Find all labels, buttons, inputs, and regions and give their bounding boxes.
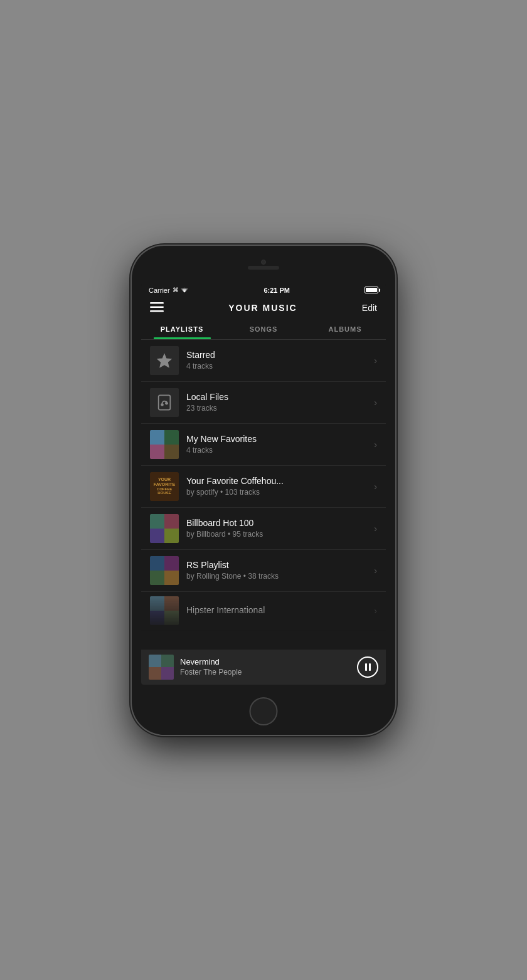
coffeehouse-name: Your Favorite Coffehou... [186, 476, 369, 486]
now-playing-thumb [149, 655, 174, 680]
app-header: YOUR MUSIC Edit [141, 297, 386, 320]
list-item[interactable]: Billboard Hot 100 by Billboard • 95 trac… [141, 508, 386, 550]
wifi-icon: ⌘ [173, 287, 189, 293]
now-playing-bar[interactable]: Nevermind Foster The People [141, 650, 386, 685]
carrier-label: Carrier [149, 287, 170, 294]
billboard-info: Billboard Hot 100 by Billboard • 95 trac… [186, 518, 369, 539]
starred-meta: 4 tracks [186, 362, 369, 371]
rs-playlist-thumb [150, 556, 179, 585]
phone-screen: Carrier ⌘ 6:21 PM [141, 283, 386, 685]
list-item[interactable]: Hipster International › [141, 592, 386, 631]
local-files-name: Local Files [186, 392, 369, 402]
rs-playlist-meta: by Rolling Stone • 38 tracks [186, 572, 369, 581]
local-files-meta: 23 tracks [186, 404, 369, 413]
pause-button[interactable] [357, 656, 378, 678]
billboard-name: Billboard Hot 100 [186, 518, 369, 528]
billboard-meta: by Billboard • 95 tracks [186, 530, 369, 539]
svg-rect-3 [159, 395, 171, 409]
list-item[interactable]: YOUR FAVORITE Coffee House Your Favorite… [141, 466, 386, 508]
list-item[interactable]: Starred 4 tracks › [141, 340, 386, 382]
now-playing-artist: Foster The People [180, 668, 352, 677]
list-item[interactable]: My New Favorites 4 tracks › [141, 424, 386, 466]
local-files-info: Local Files 23 tracks [186, 392, 369, 413]
local-files-thumb [150, 388, 179, 417]
now-playing-title: Nevermind [180, 657, 352, 667]
chevron-icon: › [374, 606, 377, 616]
hipster-thumb [150, 596, 179, 625]
my-new-favorites-info: My New Favorites 4 tracks [186, 434, 369, 455]
tabs-bar: PLAYLISTS SONGS ALBUMS [141, 320, 386, 340]
my-new-favorites-meta: 4 tracks [186, 446, 369, 455]
svg-rect-0 [150, 302, 164, 304]
home-button[interactable] [250, 697, 278, 725]
status-left: Carrier ⌘ [149, 287, 189, 294]
coffeehouse-meta: by spotify • 103 tracks [186, 488, 369, 497]
battery-icon [365, 287, 378, 293]
coffeehouse-thumb: YOUR FAVORITE Coffee House [150, 472, 179, 501]
pause-icon [365, 663, 371, 671]
playlist-list: Starred 4 tracks › [141, 340, 386, 650]
status-time: 6:21 PM [264, 287, 290, 294]
page-title: YOUR MUSIC [228, 303, 297, 313]
status-right [365, 287, 378, 293]
my-new-favorites-name: My New Favorites [186, 434, 369, 444]
list-item[interactable]: Local Files 23 tracks › [141, 382, 386, 424]
now-playing-info: Nevermind Foster The People [180, 657, 352, 677]
svg-rect-2 [150, 310, 164, 312]
svg-rect-1 [150, 306, 164, 308]
edit-button[interactable]: Edit [362, 303, 377, 313]
rs-playlist-name: RS Playlist [186, 560, 369, 570]
hipster-name: Hipster International [186, 605, 369, 615]
tab-albums[interactable]: ALBUMS [304, 320, 386, 339]
chevron-icon: › [374, 440, 377, 450]
chevron-icon: › [374, 356, 377, 366]
coffeehouse-info: Your Favorite Coffehou... by spotify • 1… [186, 476, 369, 497]
phone-device: Carrier ⌘ 6:21 PM [132, 246, 395, 735]
rs-playlist-info: RS Playlist by Rolling Stone • 38 tracks [186, 560, 369, 581]
chevron-icon: › [374, 566, 377, 576]
chevron-icon: › [374, 482, 377, 492]
my-new-favorites-thumb [150, 430, 179, 459]
starred-thumb [150, 346, 179, 375]
hipster-info: Hipster International [186, 605, 369, 617]
camera [261, 260, 266, 265]
status-bar: Carrier ⌘ 6:21 PM [141, 283, 386, 297]
starred-info: Starred 4 tracks [186, 350, 369, 371]
speaker [248, 266, 279, 270]
list-item[interactable]: RS Playlist by Rolling Stone • 38 tracks… [141, 550, 386, 592]
tab-songs[interactable]: SONGS [223, 320, 304, 339]
starred-name: Starred [186, 350, 369, 360]
chevron-icon: › [374, 524, 377, 534]
menu-icon[interactable] [150, 302, 164, 314]
chevron-icon: › [374, 398, 377, 408]
billboard-thumb [150, 514, 179, 543]
tab-playlists[interactable]: PLAYLISTS [141, 320, 223, 339]
